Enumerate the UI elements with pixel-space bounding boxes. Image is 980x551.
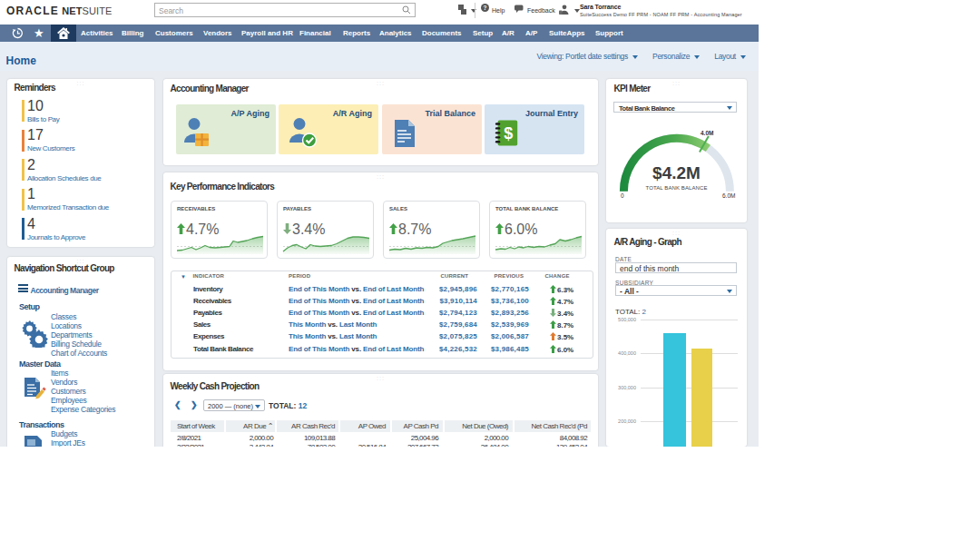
svg-text:?: ? <box>484 5 487 11</box>
svg-text:$: $ <box>504 124 513 143</box>
